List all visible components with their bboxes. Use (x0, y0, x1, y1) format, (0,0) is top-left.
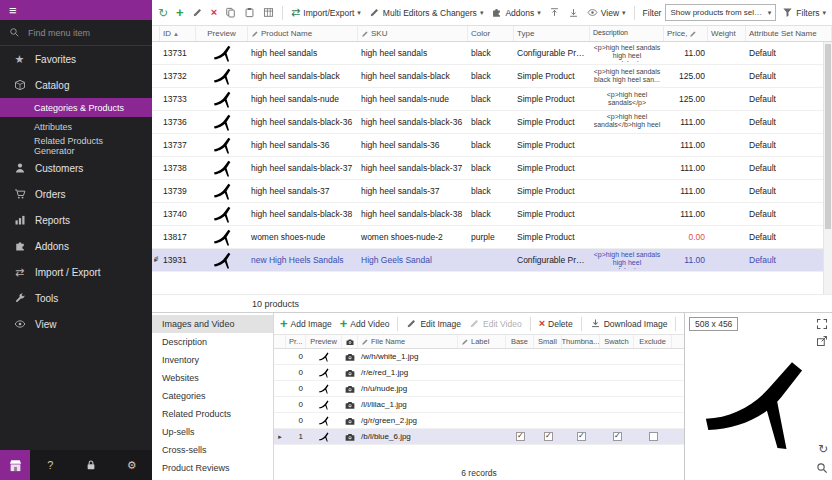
column-header-exclude[interactable]: Exclude (634, 335, 672, 348)
import-export-menu[interactable]: ⇄ Import/Export ▾ (289, 6, 363, 19)
table-row[interactable]: ▸ 13740 high heel sandals-black-38 high … (152, 203, 832, 226)
image-row[interactable]: ▸ 0 /g/r/green_2.jpg (274, 413, 684, 429)
sidebar-item-tools[interactable]: Tools (0, 285, 152, 311)
table-row[interactable]: ▸ 13739 high heel sandals-37 high heel s… (152, 180, 832, 203)
store-button[interactable] (0, 450, 30, 480)
image-row[interactable]: ▸ 0 /w/h/white_1.jpg (274, 349, 684, 365)
add-video-button[interactable]: + Add Video (338, 316, 392, 331)
move-up-button[interactable] (547, 6, 562, 19)
paste-button[interactable] (242, 6, 257, 19)
table-row[interactable]: ▸ 13931 new High Heels Sandals High Geel… (152, 249, 832, 272)
column-header-weight[interactable]: Weight (708, 26, 746, 41)
sidebar-item-favorites[interactable]: ★ Favorites (0, 46, 152, 72)
columns-button[interactable] (261, 6, 276, 19)
move-down-button[interactable] (566, 6, 581, 19)
swatch-checkbox[interactable] (613, 432, 622, 441)
sidebar-item-categories-products[interactable]: Categories & Products (0, 98, 152, 117)
multi-editors-menu[interactable]: Multi Editors & Changers ▾ (367, 6, 486, 19)
column-header-small[interactable]: Small (534, 335, 562, 348)
detail-tab[interactable]: Images and Video (152, 315, 273, 333)
detail-tab[interactable]: Description (152, 333, 273, 351)
detail-tab[interactable]: Categories (152, 387, 273, 405)
help-button[interactable]: ? (30, 459, 71, 471)
table-row[interactable]: ▸ 13731 high heel sandals high heel sand… (152, 42, 832, 65)
column-header-type[interactable]: Type (514, 26, 590, 41)
column-header-price[interactable]: Price, (664, 26, 708, 41)
camera-icon (346, 338, 354, 346)
sidebar-item-attributes[interactable]: Attributes (0, 117, 152, 136)
column-header-color[interactable]: Color (468, 26, 514, 41)
column-header-description[interactable]: Description (590, 26, 664, 41)
filters-menu[interactable]: Filters ▾ (780, 6, 828, 19)
refresh-button[interactable]: ↻ (156, 6, 170, 20)
column-header-preview[interactable]: Preview (306, 335, 342, 348)
delete-image-button[interactable]: × Delete (537, 317, 575, 330)
table-row[interactable]: ▸ 13737 high heel sandals-36 high heel s… (152, 134, 832, 157)
detail-tab[interactable]: Related Products (152, 405, 273, 423)
small-checkbox[interactable] (544, 432, 553, 441)
column-header-position[interactable]: Pr... (286, 335, 306, 348)
table-row[interactable]: ▸ 13738 high heel sandals-black-37 high … (152, 157, 832, 180)
copy-button[interactable] (223, 6, 238, 19)
edit-product-button[interactable] (190, 6, 205, 19)
menu-search[interactable] (0, 20, 152, 46)
image-row[interactable]: ▸ 0 /n/u/nude.jpg (274, 381, 684, 397)
column-header-file-name[interactable]: File Name (358, 335, 458, 348)
products-scrollbar[interactable] (823, 42, 832, 294)
table-row[interactable]: ▸ 13817 women shoes-nude women shoes-nud… (152, 226, 832, 249)
add-image-button[interactable]: + Add Image (278, 316, 334, 331)
sidebar-item-addons[interactable]: Addons (0, 233, 152, 259)
cell-price: 125.00 (664, 94, 708, 104)
detail-tab[interactable]: Up-sells (152, 423, 273, 441)
lock-button[interactable] (71, 459, 112, 471)
detail-tab[interactable]: Websites (152, 369, 273, 387)
sidebar-item-related-products-generator[interactable]: Related Products Generator (0, 136, 152, 155)
sidebar-item-orders[interactable]: Orders (0, 181, 152, 207)
add-product-button[interactable]: + (174, 5, 186, 20)
column-header-label[interactable]: Label (458, 335, 506, 348)
base-checkbox[interactable] (516, 432, 525, 441)
edit-image-button[interactable]: Edit Image (404, 317, 463, 330)
column-header-sku[interactable]: SKU (358, 26, 468, 41)
settings-button[interactable]: ⚙ (111, 459, 152, 472)
delete-product-button[interactable]: × (209, 6, 219, 19)
column-header-id[interactable]: ID ▲ (160, 26, 196, 41)
sidebar-item-view[interactable]: View (0, 311, 152, 337)
collapse-sidebar-handle[interactable]: ◂ (152, 248, 160, 266)
download-image-button[interactable]: Download Image (588, 317, 670, 330)
thumbnail-checkbox[interactable] (577, 432, 586, 441)
table-row[interactable]: ▸ 13736 high heel sandals-black-36 high … (152, 111, 832, 134)
detail-tab[interactable]: Cross-sells (152, 441, 273, 459)
column-header-thumbnail[interactable]: Thumbna... (562, 335, 600, 348)
view-menu[interactable]: View ▾ (585, 6, 628, 19)
hamburger-menu-icon[interactable]: ≡ (9, 3, 17, 18)
detail-tab-label: Categories (162, 391, 206, 401)
column-header-camera[interactable] (342, 335, 358, 348)
table-row[interactable]: ▸ 13733 high heel sandals-nude high heel… (152, 88, 832, 111)
menu-search-input[interactable] (26, 27, 130, 39)
rotate-button[interactable]: ↻ (818, 442, 828, 456)
sidebar-item-catalog[interactable]: Catalog (0, 72, 152, 98)
column-header-preview[interactable]: Preview (196, 26, 248, 41)
sidebar-item-import-export[interactable]: ⇄ Import / Export (0, 259, 152, 285)
addons-menu[interactable]: Addons ▾ (489, 6, 542, 19)
image-row[interactable]: ▸ 0 /l/i/lilac_1.jpg (274, 397, 684, 413)
zoom-button[interactable] (816, 462, 828, 474)
column-header-base[interactable]: Base (506, 335, 534, 348)
detail-tab[interactable]: Inventory (152, 351, 273, 369)
image-row[interactable]: ▸ 1 /b/l/blue_6.jpg (274, 429, 684, 445)
cell-file-name: /w/h/white_1.jpg (358, 352, 458, 361)
column-header-attribute-set[interactable]: Attribute Set Name (746, 26, 832, 41)
image-row[interactable]: ▸ 0 /r/e/red_1.jpg (274, 365, 684, 381)
category-filter-select[interactable]: Show products from selected categories ▾ (665, 4, 776, 21)
detail-tab[interactable]: Product Reviews (152, 459, 273, 477)
column-header-swatch[interactable]: Swatch (600, 335, 634, 348)
fullscreen-button[interactable] (816, 318, 828, 330)
exclude-checkbox[interactable] (649, 432, 658, 441)
sidebar-item-customers[interactable]: Customers (0, 155, 152, 181)
scrollbar-thumb[interactable] (825, 44, 831, 229)
sidebar-item-reports[interactable]: Reports (0, 207, 152, 233)
column-header-product-name[interactable]: Product Name (248, 26, 358, 41)
table-row[interactable]: ▸ 13732 high heel sandals-black high hee… (152, 65, 832, 88)
edit-video-button[interactable]: Edit Video (467, 317, 524, 330)
